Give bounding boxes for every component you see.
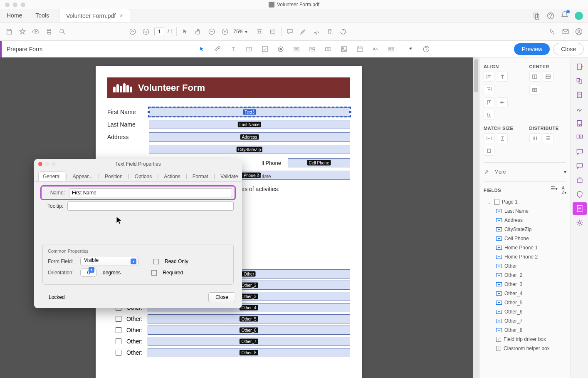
sign-field-icon[interactable]	[369, 43, 382, 55]
list-box-icon[interactable]	[290, 43, 303, 55]
account-circle-icon[interactable]	[574, 27, 584, 37]
distribute-h-icon[interactable]	[529, 133, 540, 143]
tree-field-item[interactable]: Other	[484, 261, 566, 271]
checkbox-icon[interactable]	[259, 43, 271, 55]
link-icon[interactable]	[547, 27, 557, 37]
locked-checkbox[interactable]	[41, 295, 46, 300]
field-city-state-zip[interactable]: CityStateZip	[149, 145, 350, 154]
hand-pan-icon[interactable]	[193, 27, 203, 37]
rail-scan-icon[interactable]	[573, 174, 587, 187]
zoom-out-icon[interactable]	[207, 27, 217, 37]
magnifier-icon[interactable]	[57, 27, 67, 37]
rail-edit-pdf-icon[interactable]	[573, 89, 587, 102]
text-box-icon[interactable]	[243, 43, 255, 55]
dialog-tab-options[interactable]: Options	[130, 172, 156, 181]
center-v-icon[interactable]	[543, 72, 553, 82]
dialog-zoom-dot-icon[interactable]	[52, 162, 56, 166]
tree-checkbox-item[interactable]: ✓Clasroom helper box	[484, 344, 566, 353]
dialog-close-button[interactable]: Close	[208, 292, 235, 302]
required-checkbox[interactable]	[151, 270, 157, 276]
page-down-icon[interactable]	[141, 27, 151, 37]
sort-fields-icon[interactable]: ☰▾	[551, 186, 558, 195]
close-form-button[interactable]: Close	[553, 43, 584, 55]
match-height-icon[interactable]	[497, 133, 508, 143]
match-width-icon[interactable]	[484, 133, 494, 143]
read-only-checkbox[interactable]	[153, 259, 159, 264]
checkbox-other-6[interactable]	[116, 327, 121, 333]
share-files-icon[interactable]	[532, 12, 541, 20]
rail-protect-icon[interactable]	[573, 188, 587, 201]
profile-avatar-icon[interactable]	[575, 12, 583, 20]
ok-button-field-icon[interactable]: OK	[322, 43, 334, 55]
rail-prepare-form-icon[interactable]	[573, 202, 587, 215]
pin-icon[interactable]	[404, 43, 417, 55]
dialog-tab-general[interactable]: General	[38, 172, 65, 181]
close-window-dot[interactable]	[5, 2, 10, 7]
tree-field-item[interactable]: Home Phone 1	[484, 243, 566, 252]
vertical-scrollbar[interactable]	[473, 57, 479, 378]
tree-field-item[interactable]: Address	[484, 216, 566, 225]
tree-field-item[interactable]: Other_2	[484, 271, 566, 280]
match-both-icon[interactable]	[484, 146, 494, 156]
dialog-tab-validate[interactable]: Validate	[216, 172, 242, 181]
center-h-icon[interactable]	[529, 72, 540, 82]
rail-create-pdf-icon[interactable]	[573, 61, 587, 73]
rail-organize-icon[interactable]	[573, 132, 587, 144]
collapse-icon[interactable]: ⌄	[488, 200, 492, 204]
checkbox-other-8[interactable]	[116, 350, 121, 356]
dialog-tab-position[interactable]: Position	[100, 172, 127, 181]
text-field-icon[interactable]	[227, 43, 240, 55]
signature-icon[interactable]	[311, 27, 321, 37]
barcode-field-icon[interactable]	[385, 43, 398, 55]
comment-icon[interactable]	[285, 27, 295, 37]
dialog-tab-actions[interactable]: Actions	[159, 172, 185, 181]
highlight-pen-icon[interactable]	[298, 27, 308, 37]
tree-field-item[interactable]: CityStateZip	[484, 225, 566, 234]
star-icon[interactable]	[17, 27, 27, 37]
tree-field-item[interactable]: Other_7	[484, 316, 566, 326]
tree-field-item[interactable]: Other_8	[484, 326, 566, 335]
field-last-name[interactable]: Last Name	[149, 120, 350, 129]
rail-send-comments-icon[interactable]	[573, 146, 587, 158]
field-other-8[interactable]: Other_8	[148, 348, 350, 357]
field-address[interactable]: Address	[149, 132, 350, 142]
date-field-icon[interactable]	[353, 43, 366, 55]
tree-field-item[interactable]: Home Phone 2	[484, 252, 566, 261]
more-options-dropdown[interactable]: More ▾	[484, 166, 566, 178]
rail-sign-icon[interactable]	[573, 103, 587, 116]
dialog-minimize-dot-icon[interactable]	[45, 162, 49, 166]
cloud-upload-icon[interactable]	[31, 27, 41, 37]
preview-button[interactable]: Preview	[514, 43, 550, 55]
zoom-in-icon[interactable]	[220, 27, 230, 37]
tree-field-item[interactable]: Other_6	[484, 307, 566, 316]
notifications-icon[interactable]	[561, 11, 569, 21]
save-icon[interactable]	[4, 27, 14, 37]
rail-combine-icon[interactable]	[573, 75, 587, 87]
dialog-close-dot-icon[interactable]	[38, 162, 42, 166]
field-cell-phone[interactable]: Cell Phone	[288, 158, 350, 167]
name-input[interactable]	[69, 188, 232, 197]
field-other-5[interactable]: Other_5	[148, 314, 350, 323]
trash-icon[interactable]	[325, 27, 335, 37]
tree-field-item[interactable]: Other_5	[484, 298, 566, 307]
tree-page-1[interactable]: ⌄ Page 1	[484, 197, 566, 206]
page-up-icon[interactable]	[128, 27, 138, 37]
tab-home[interactable]: Home	[0, 9, 29, 22]
page-number-input[interactable]	[154, 27, 164, 36]
maximize-window-dot[interactable]	[21, 2, 25, 7]
tool-help-icon[interactable]	[420, 43, 432, 55]
tooltip-input[interactable]	[67, 201, 234, 211]
tree-field-item[interactable]: Cell Phone	[484, 234, 566, 243]
minimize-window-dot[interactable]	[13, 2, 17, 7]
checkbox-other-7[interactable]	[116, 338, 121, 344]
tab-file-active[interactable]: Volunteer Form.pdf ×	[59, 9, 130, 22]
dialog-tab-appearance[interactable]: Appear...	[68, 172, 97, 181]
rail-export-icon[interactable]	[573, 117, 587, 130]
mail-icon[interactable]	[561, 27, 571, 37]
help-icon[interactable]	[546, 12, 555, 20]
rail-comment-icon[interactable]	[573, 160, 587, 172]
field-other-6[interactable]: Other_6	[148, 326, 350, 335]
align-center-v-icon[interactable]	[497, 97, 508, 107]
dialog-tab-calculate[interactable]: Calculate	[246, 172, 276, 181]
tab-tools[interactable]: Tools	[29, 9, 56, 22]
